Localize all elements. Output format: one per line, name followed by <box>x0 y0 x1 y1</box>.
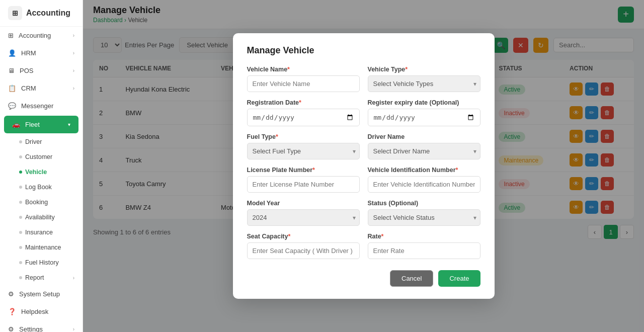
sidebar-item-pos[interactable]: 🖥 POS › <box>0 62 83 79</box>
hrm-icon: 👤 <box>8 49 16 57</box>
driver-name-select[interactable]: Select Driver Name <box>368 143 480 159</box>
chevron-icon: › <box>73 33 74 38</box>
dot-icon <box>19 155 22 158</box>
dot-icon <box>19 201 22 204</box>
sidebar-item-vehicle[interactable]: Vehicle <box>0 164 83 180</box>
sidebar-item-helpdesk[interactable]: ❓ Helpdesk <box>0 303 83 320</box>
dot-icon <box>19 186 22 189</box>
sidebar-label-crm: CRM <box>21 85 36 92</box>
sidebar-label-pos: POS <box>20 67 33 74</box>
seat-capacity-group: Seat Capacity* <box>247 233 360 259</box>
sidebar-logo: ⊞ Accounting <box>0 0 83 27</box>
pos-icon: 🖥 <box>8 67 15 74</box>
rate-input[interactable] <box>368 242 480 259</box>
model-year-label: Model Year <box>247 200 360 207</box>
sidebar-item-hrm[interactable]: 👤 HRM › <box>0 44 83 62</box>
sidebar-label-helpdesk: Helpdesk <box>21 308 48 315</box>
sidebar-item-driver[interactable]: Driver <box>0 134 83 149</box>
status-select[interactable]: Select Vehicle Status <box>368 209 480 226</box>
sidebar-item-accounting[interactable]: ⊞ Accounting › <box>0 27 83 44</box>
rate-label: Rate* <box>368 233 480 240</box>
vehicle-name-label: Vehicle Name* <box>247 66 360 73</box>
sidebar-label-customer: Customer <box>25 153 52 160</box>
sidebar-item-customer[interactable]: Customer <box>0 149 83 164</box>
vin-label: Vehicle Identification Number* <box>368 167 480 174</box>
main-content: Manage Vehicle Dashboard › Vehicle + 10 … <box>83 0 644 332</box>
sidebar-label-booking: Booking <box>25 199 48 206</box>
settings-icon: ⚙ <box>8 325 14 332</box>
sidebar-item-fleet[interactable]: 🚗 Fleet ▾ <box>4 116 78 133</box>
sidebar-item-settings[interactable]: ⚙ Settings › <box>0 320 83 332</box>
chevron-icon: › <box>73 68 74 73</box>
status-wrapper: Select Vehicle Status <box>368 209 480 226</box>
chevron-down-icon: ▾ <box>68 122 70 127</box>
fuel-type-modal-select[interactable]: Select Fuel Type <box>247 143 360 159</box>
sidebar-label-fleet: Fleet <box>25 121 40 128</box>
license-plate-group: License Plate Number* <box>247 167 360 193</box>
create-button[interactable]: Create <box>438 270 480 287</box>
seat-capacity-input[interactable] <box>247 242 360 259</box>
sidebar-item-fuelhistory[interactable]: Fuel History <box>0 255 83 270</box>
rate-group: Rate* <box>368 233 480 259</box>
sidebar-item-messenger[interactable]: 💬 Messenger <box>0 97 83 115</box>
vehicle-type-wrapper: Select Vehicle Types <box>368 75 480 92</box>
chevron-icon: › <box>73 86 74 91</box>
dot-icon <box>19 276 22 279</box>
logo-icon: ⊞ <box>8 6 22 20</box>
sidebar-label-logbook: Log Book <box>25 184 52 191</box>
fuel-type-group: Fuel Type* Select Fuel Type <box>247 133 360 159</box>
sidebar-label-insurance: Insurance <box>25 229 53 236</box>
license-plate-input[interactable] <box>247 176 360 193</box>
sidebar-label-settings: Settings <box>19 325 43 332</box>
sidebar-label-messenger: Messenger <box>21 102 53 110</box>
logo-text: Accounting <box>26 9 70 18</box>
messenger-icon: 💬 <box>8 102 16 110</box>
sidebar-item-booking[interactable]: Booking <box>0 195 83 210</box>
modal-overlay: Manage Vehicle Vehicle Name* Vehicle Typ… <box>83 0 644 332</box>
driver-name-wrapper: Select Driver Name <box>368 143 480 159</box>
chevron-icon: › <box>73 50 74 56</box>
sidebar-label-systemsetup: System Setup <box>19 290 60 298</box>
dot-icon <box>19 246 22 249</box>
sidebar-item-insurance[interactable]: Insurance <box>0 225 83 240</box>
helpdesk-icon: ❓ <box>8 308 16 315</box>
dot-icon <box>19 261 22 264</box>
model-year-wrapper: 2024 2023 2022 <box>247 209 360 226</box>
dot-icon <box>19 216 22 219</box>
reg-date-input[interactable] <box>247 109 360 126</box>
vehicle-type-select[interactable]: Select Vehicle Types <box>368 75 480 92</box>
fleet-icon: 🚗 <box>12 121 20 128</box>
sidebar-label-vehicle: Vehicle <box>25 169 47 176</box>
sidebar-label-report: Report <box>25 274 44 281</box>
modal-dialog: Manage Vehicle Vehicle Name* Vehicle Typ… <box>233 33 495 299</box>
vin-group: Vehicle Identification Number* <box>368 167 480 193</box>
sidebar-item-logbook[interactable]: Log Book <box>0 180 83 195</box>
reg-expiry-input[interactable] <box>368 109 480 126</box>
cancel-button[interactable]: Cancel <box>390 270 433 287</box>
vehicle-name-input[interactable] <box>247 75 360 92</box>
seat-capacity-label: Seat Capacity* <box>247 233 360 240</box>
sidebar-item-crm[interactable]: 📋 CRM › <box>0 79 83 97</box>
reg-date-group: Registration Date* <box>247 99 360 126</box>
fuel-type-label: Fuel Type* <box>247 133 360 140</box>
crm-icon: 📋 <box>8 85 16 92</box>
dot-active-icon <box>19 171 22 174</box>
sidebar-item-maintenance[interactable]: Maintenance <box>0 240 83 255</box>
vin-input[interactable] <box>368 176 480 193</box>
sidebar-item-systemsetup[interactable]: ⚙ System Setup <box>0 285 83 303</box>
fuel-type-wrapper: Select Fuel Type <box>247 143 360 159</box>
modal-title: Manage Vehicle <box>247 45 480 56</box>
model-year-group: Model Year 2024 2023 2022 <box>247 200 360 226</box>
reg-expiry-label: Register expiry date (Optional) <box>368 99 480 106</box>
status-group: Status (Optional) Select Vehicle Status <box>368 200 480 226</box>
systemsetup-icon: ⚙ <box>8 290 14 298</box>
model-year-select[interactable]: 2024 2023 2022 <box>247 209 360 226</box>
sidebar-label-fuelhistory: Fuel History <box>25 259 59 266</box>
sidebar: ⊞ Accounting ⊞ Accounting › 👤 HRM › 🖥 PO… <box>0 0 83 332</box>
report-arrow-icon: › <box>73 275 74 281</box>
sidebar-item-report[interactable]: Report › <box>0 270 83 285</box>
vehicle-name-group: Vehicle Name* <box>247 66 360 92</box>
reg-date-label: Registration Date* <box>247 99 360 106</box>
dot-icon <box>19 231 22 234</box>
sidebar-item-availability[interactable]: Availability <box>0 210 83 225</box>
